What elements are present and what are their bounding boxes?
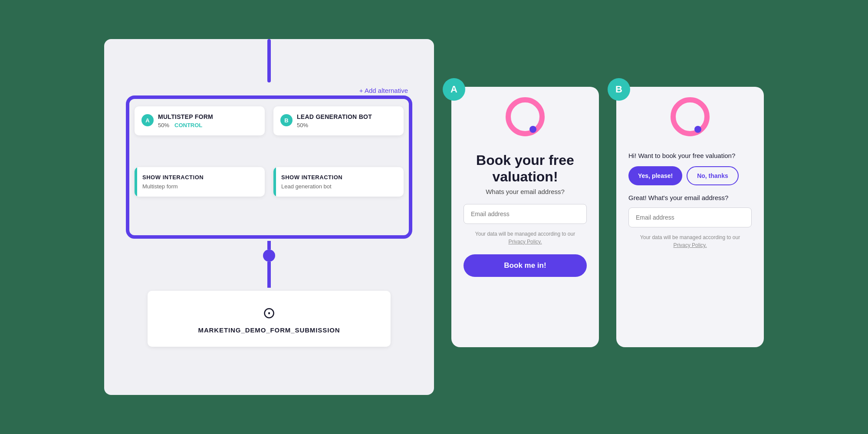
preview-b-card: Hi! Want to book your free valuation? Ye… [616,87,764,347]
chat-buttons-row: Yes, please! No, thanks [628,166,752,185]
variant-a-name: MULTISTEP FORM [158,113,213,120]
goal-card[interactable]: ⊙ MARKETING_DEMO_FORM_SUBMISSION [148,291,391,347]
panel-b-email-input[interactable] [628,207,752,227]
variant-a-percentage: 50% [158,122,169,128]
variant-b-badge: B [280,114,293,126]
chat-message: Hi! Want to book your free valuation? [628,152,752,159]
variant-a-info: MULTISTEP FORM 50% CONTROL [158,113,213,128]
connector-circle [263,250,275,262]
show-interaction-a-title: SHOW INTERACTION [142,174,258,181]
panel-a-privacy-text: Your data will be managed according to o… [464,230,587,246]
top-connector-line [267,39,271,82]
chat-follow-up: Great! What's your email address? [628,194,752,201]
bottom-connector [263,241,275,288]
purple-dot-a [529,126,536,133]
variant-b-info: LEAD GENERATION BOT 50% [297,113,372,128]
show-interaction-row: SHOW INTERACTION Multistep form SHOW INT… [135,167,404,197]
teal-accent-bar-a [135,167,137,197]
panel-b-privacy-link[interactable]: Privacy Policy. [673,242,707,248]
show-interaction-b-subtitle: Lead generation bot [281,183,397,190]
show-interaction-b-title: SHOW INTERACTION [281,174,397,181]
teal-accent-bar-b [273,167,276,197]
variants-row: A MULTISTEP FORM 50% CONTROL B LEAD GENE… [135,106,404,135]
preview-a-card: Book your free valuation! Whats your ema… [451,87,599,347]
variant-b-percentage: 50% [297,122,308,128]
variant-a-control-label: CONTROL [174,122,202,128]
flow-diagram-panel: + Add alternative A MULTISTEP FORM 50% C… [104,39,434,395]
preview-b-badge: B [608,78,630,101]
panel-a-cta-button[interactable]: Book me in! [464,254,587,277]
connector-line-bottom [267,262,271,288]
connector-line-top [267,241,271,250]
goal-icon: ⊙ [263,304,276,322]
show-interaction-b-card[interactable]: SHOW INTERACTION Lead generation bot [273,167,404,197]
yes-button[interactable]: Yes, please! [628,166,682,185]
panel-a-subheadline: Whats your email address? [464,188,587,195]
no-button[interactable]: No, thanks [687,166,739,185]
preview-a-badge: A [443,78,465,101]
show-interaction-a-card[interactable]: SHOW INTERACTION Multistep form [135,167,265,197]
panel-a-privacy-link[interactable]: Privacy Policy. [508,239,542,245]
panel-a-email-input[interactable] [464,204,587,224]
variant-b-card[interactable]: B LEAD GENERATION BOT 50% [273,106,404,135]
panel-a-content: Book your free valuation! Whats your ema… [464,152,587,277]
panel-b-privacy-text: Your data will be managed according to o… [628,233,752,249]
add-alternative-button[interactable]: + Add alternative [359,87,408,94]
goal-label: MARKETING_DEMO_FORM_SUBMISSION [198,326,340,334]
panel-a-headline: Book your free valuation! [464,152,587,185]
preview-a-wrapper: A Book your free valuation! Whats your e… [451,87,599,347]
show-interaction-a-subtitle: Multistep form [142,183,258,190]
variant-a-card[interactable]: A MULTISTEP FORM 50% CONTROL [135,106,265,135]
variant-a-badge: A [141,114,154,126]
pink-ring-a [506,97,545,136]
purple-dot-b [694,126,701,133]
panel-b-content: Hi! Want to book your free valuation? Ye… [628,152,752,249]
variant-b-name: LEAD GENERATION BOT [297,113,372,120]
preview-b-wrapper: B Hi! Want to book your free valuation? … [616,87,764,347]
pink-ring-b [671,97,710,136]
